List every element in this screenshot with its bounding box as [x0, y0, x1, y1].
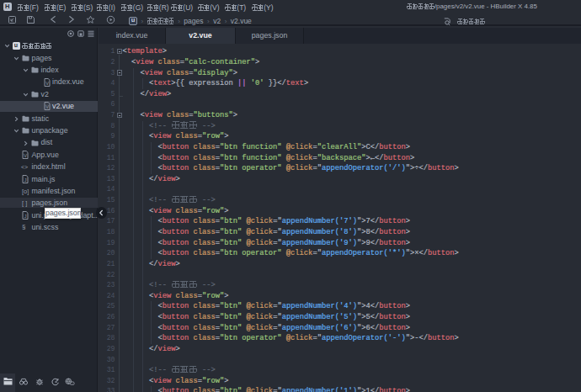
- svg-text:V: V: [45, 80, 49, 85]
- svg-text:J: J: [24, 214, 27, 219]
- svg-text:J: J: [24, 177, 27, 182]
- svg-text:V: V: [24, 153, 27, 158]
- svg-text:V: V: [45, 104, 49, 109]
